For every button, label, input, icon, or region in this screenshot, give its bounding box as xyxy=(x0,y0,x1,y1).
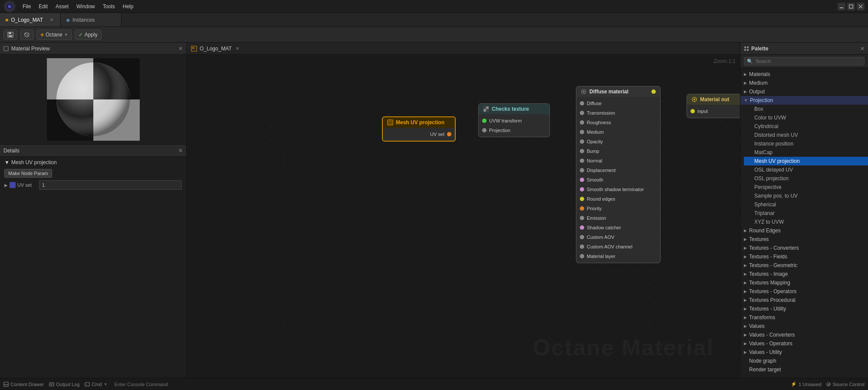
node-diffuse-priority-input[interactable] xyxy=(580,206,584,211)
node-checks-uvw-input[interactable] xyxy=(482,119,487,123)
palette-item-osl-projection[interactable]: OSL projection xyxy=(744,174,868,183)
palette-group-values-header[interactable]: ▶ Values xyxy=(740,322,868,331)
octane-dropdown-button[interactable]: ◈ Octane ▼ xyxy=(36,30,72,40)
details-expand-icon[interactable]: ▼ xyxy=(4,159,10,165)
tab-o-logo-mat-close[interactable]: ✕ xyxy=(48,17,55,23)
node-checks-projection-input[interactable] xyxy=(482,128,487,132)
menu-window[interactable]: Window xyxy=(73,2,99,11)
palette-item-color-to-uvw[interactable]: Color to UVW xyxy=(744,113,868,122)
palette-item-triplanar[interactable]: Triplanar xyxy=(744,209,868,218)
details-close[interactable]: ✕ xyxy=(178,148,183,154)
palette-group-textures-converters-header[interactable]: ▶ Textures - Converters xyxy=(740,244,868,252)
palette-item-distorted-mesh-uv[interactable]: Distorted mesh UV xyxy=(744,131,868,139)
palette-item-cylindrical[interactable]: Cylindrical xyxy=(744,122,868,131)
palette-group-transforms-header[interactable]: ▶ Transforms xyxy=(740,313,868,322)
node-diffuse-roughness-label: Roughness xyxy=(587,120,611,125)
node-diffuse-custom-aov-input[interactable] xyxy=(580,235,584,239)
node-diffuse-diffuse-input[interactable] xyxy=(580,101,584,106)
palette-group-textures-fields-header[interactable]: ▶ Textures - Fields xyxy=(740,252,868,261)
node-diffuse-emission-input[interactable] xyxy=(580,216,584,220)
menu-file[interactable]: File xyxy=(19,2,34,11)
source-control-badge[interactable]: Source Control xyxy=(826,382,865,387)
palette-item-mesh-uv-projection[interactable]: Mesh UV projection xyxy=(744,157,868,165)
node-diffuse-roughness-input[interactable] xyxy=(580,120,584,125)
palette-item-box[interactable]: Box xyxy=(744,105,868,113)
palette-group-textures-utility-header[interactable]: ▶ Textures - Utility xyxy=(740,304,868,313)
palette-item-perspective[interactable]: Perspective xyxy=(744,183,868,192)
node-diffuse-custom-aov-channel-input[interactable] xyxy=(580,245,584,249)
palette-item-xyz-to-uvw[interactable]: XYZ to UVW xyxy=(744,218,868,226)
menu-tools[interactable]: Tools xyxy=(99,2,118,11)
palette-close-button[interactable]: ✕ xyxy=(860,46,865,52)
palette-item-spherical[interactable]: Spherical xyxy=(744,200,868,209)
palette-search-input[interactable] xyxy=(744,57,865,66)
node-diffuse-normal-input[interactable] xyxy=(580,159,584,163)
palette-item-sample-pos-to-uv[interactable]: Sample pos. to UV xyxy=(744,192,868,200)
palette-group-textures-mapping: ▶ Textures Mapping xyxy=(740,278,868,287)
node-diffuse-material-layer-input[interactable] xyxy=(580,254,584,258)
uv-set-expand-icon[interactable]: ▶ xyxy=(4,183,8,188)
palette-group-projection-header[interactable]: ▼ Projection xyxy=(740,96,868,105)
node-canvas[interactable]: O_Logo_MAT ✕ Zoom 1:1 Mesh UV projection… xyxy=(187,43,740,378)
tab-instances[interactable]: ◈ Instances xyxy=(61,13,122,26)
node-diffuse-medium-input[interactable] xyxy=(580,130,584,134)
tab-o-logo-mat[interactable]: ■ O_Logo_MAT ✕ xyxy=(0,13,61,26)
round-edges-arrow-icon: ▶ xyxy=(744,228,747,233)
menu-help[interactable]: Help xyxy=(119,2,137,11)
tab-octane-icon: ◈ xyxy=(66,17,70,23)
save-button[interactable] xyxy=(3,30,17,40)
node-mesh-uv-projection[interactable]: Mesh UV projection UV set xyxy=(382,116,456,142)
details-section-title: ▼ Mesh UV projection xyxy=(4,159,182,165)
palette-group-textures-image-header[interactable]: ▶ Textures - Image xyxy=(740,270,868,278)
uv-set-input[interactable] xyxy=(39,180,182,190)
apply-button[interactable]: ✓ Apply xyxy=(75,30,102,40)
palette-group-textures-operators-header[interactable]: ▶ Textures - Operators xyxy=(740,287,868,296)
node-checks-texture[interactable]: Checks texture UVW transform Projection xyxy=(478,103,550,137)
values-operators-arrow-icon: ▶ xyxy=(744,341,747,346)
node-diffuse-smooth-shadow-input[interactable] xyxy=(580,187,584,192)
maximize-button[interactable] xyxy=(847,3,855,10)
console-command-input[interactable] xyxy=(113,382,208,387)
palette-group-round-edges-header[interactable]: ▶ Round Edges xyxy=(740,226,868,235)
palette-group-render-target-header[interactable]: Render target xyxy=(740,365,868,374)
palette-item-osl-delayed-uv[interactable]: OSL delayed UV xyxy=(744,165,868,174)
palette-item-instance-position[interactable]: Instance position xyxy=(744,139,868,148)
palette-group-textures-mapping-header[interactable]: ▶ Textures Mapping xyxy=(740,278,868,287)
minimize-button[interactable] xyxy=(838,3,845,10)
node-diffuse-smooth-input[interactable] xyxy=(580,178,584,182)
palette-group-textures-procedural-header[interactable]: ▶ Textures Procedural xyxy=(740,296,868,304)
close-window-button[interactable] xyxy=(857,3,865,10)
node-diffuse-material[interactable]: Diffuse material Diffuse Transmission Ro… xyxy=(576,86,661,263)
palette-group-node-graph-header[interactable]: Node graph xyxy=(740,357,868,365)
node-diffuse-material-layer-label: Material layer xyxy=(587,254,615,259)
node-diffuse-round-edges-input[interactable] xyxy=(580,197,584,201)
palette-group-materials-header[interactable]: ▶ Materials xyxy=(740,70,868,79)
output-log-button[interactable]: Output Log xyxy=(49,382,79,387)
cmd-button[interactable]: >_ Cmd ▼ xyxy=(85,382,107,387)
palette-group-values-utility-header[interactable]: ▶ Values - Utility xyxy=(740,348,868,357)
palette-group-textures-header[interactable]: ▶ Textures xyxy=(740,235,868,244)
content-drawer-button[interactable]: Content Drawer xyxy=(3,382,44,387)
menu-edit[interactable]: Edit xyxy=(35,2,51,11)
palette-group-output-header[interactable]: ▶ Output xyxy=(740,87,868,96)
node-diffuse-shadow-catcher-input[interactable] xyxy=(580,225,584,230)
node-diffuse-bump-input[interactable] xyxy=(580,149,584,153)
palette-item-matcap[interactable]: MatCap xyxy=(744,148,868,157)
menu-asset[interactable]: Asset xyxy=(52,2,72,11)
node-matout-input[interactable] xyxy=(690,109,695,113)
node-material-out[interactable]: Material out input xyxy=(687,94,740,118)
node-diffuse-opacity-input[interactable] xyxy=(580,139,584,144)
palette-group-textures-geometric-header[interactable]: ▶ Textures - Geometric xyxy=(740,261,868,270)
svg-rect-30 xyxy=(483,109,486,112)
palette-group-medium-header[interactable]: ▶ Medium xyxy=(740,79,868,87)
history-button[interactable] xyxy=(20,30,34,40)
palette-group-values-operators-header[interactable]: ▶ Values - Operators xyxy=(740,339,868,348)
node-diffuse-output[interactable] xyxy=(651,89,656,94)
material-preview-close[interactable]: ✕ xyxy=(178,46,183,52)
node-diffuse-transmission-input[interactable] xyxy=(580,111,584,115)
canvas-close[interactable]: ✕ xyxy=(234,46,240,52)
node-diffuse-displacement-input[interactable] xyxy=(580,168,584,172)
make-node-param-button[interactable]: Make Node Param xyxy=(4,169,52,178)
node-mesh-uv-uvset-output[interactable] xyxy=(447,132,451,136)
palette-group-values-converters-header[interactable]: ▶ Values - Converters xyxy=(740,331,868,339)
